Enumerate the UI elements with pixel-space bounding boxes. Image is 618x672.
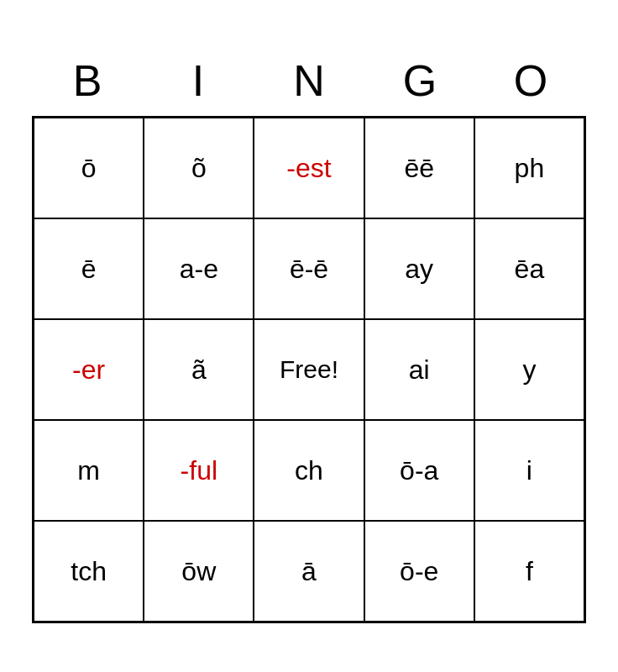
cell-r4-c0: tch	[34, 521, 144, 622]
grid-row-0: ōõ-estēēph	[34, 118, 584, 218]
cell-r0-c3: ēē	[364, 118, 474, 218]
cell-r1-c3: ay	[364, 218, 474, 319]
cell-r4-c2: ā	[254, 521, 364, 622]
cell-r2-c1: ã	[144, 319, 254, 420]
grid-row-2: -erãFree!aiy	[34, 319, 584, 420]
bingo-card: BINGO ōõ-estēēphēa-eē-ēayēa-erãFree!aiym…	[32, 49, 586, 623]
cell-r0-c0: ō	[34, 118, 144, 218]
bingo-grid: ōõ-estēēphēa-eē-ēayēa-erãFree!aiym-fulch…	[32, 116, 586, 623]
cell-r1-c4: ēa	[474, 218, 584, 319]
cell-r2-c0: -er	[34, 319, 144, 420]
cell-r0-c4: ph	[474, 118, 584, 218]
header-letter-b: B	[32, 49, 143, 113]
header-letter-i: I	[143, 49, 254, 113]
cell-r2-c4: y	[474, 319, 584, 420]
cell-r0-c2: -est	[254, 118, 364, 218]
grid-row-1: ēa-eē-ēayēa	[34, 218, 584, 319]
cell-r2-c3: ai	[364, 319, 474, 420]
cell-r1-c1: a-e	[144, 218, 254, 319]
cell-r3-c3: ō-a	[364, 420, 474, 521]
cell-r1-c2: ē-ē	[254, 218, 364, 319]
header-letter-n: N	[254, 49, 364, 113]
cell-r3-c1: -ful	[144, 420, 254, 521]
cell-r3-c0: m	[34, 420, 144, 521]
cell-r0-c1: õ	[144, 118, 254, 218]
bingo-header: BINGO	[32, 49, 586, 113]
cell-r3-c4: i	[474, 420, 584, 521]
cell-r4-c1: ōw	[144, 521, 254, 622]
header-letter-o: O	[475, 49, 586, 113]
grid-row-4: tchōwāō-ef	[34, 521, 584, 622]
cell-r2-c2: Free!	[254, 319, 364, 420]
cell-r4-c4: f	[474, 521, 584, 622]
cell-r4-c3: ō-e	[364, 521, 474, 622]
cell-r1-c0: ē	[34, 218, 144, 319]
grid-row-3: m-fulchō-ai	[34, 420, 584, 521]
cell-r3-c2: ch	[254, 420, 364, 521]
header-letter-g: G	[364, 49, 475, 113]
